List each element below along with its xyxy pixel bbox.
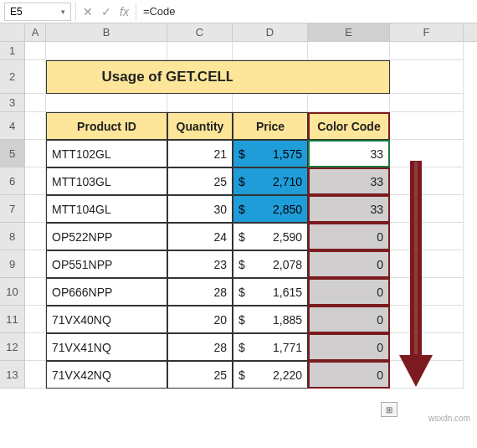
cancel-icon[interactable]: ✕: [83, 5, 93, 18]
cell[interactable]: [25, 333, 46, 361]
cell[interactable]: [390, 333, 464, 361]
cell[interactable]: [25, 223, 46, 250]
price-cell[interactable]: $1,885: [233, 306, 308, 333]
cell[interactable]: [25, 112, 46, 140]
header-quantity[interactable]: Quantity: [167, 112, 233, 140]
fx-icon[interactable]: fx: [120, 5, 129, 18]
row-header[interactable]: 5: [0, 140, 25, 167]
quantity-cell[interactable]: 25: [167, 361, 233, 389]
price-cell[interactable]: $2,590: [233, 223, 308, 250]
quantity-cell[interactable]: 28: [167, 333, 233, 361]
cell[interactable]: [390, 278, 464, 306]
cell[interactable]: [308, 94, 390, 112]
select-all-corner[interactable]: [0, 23, 25, 41]
col-header-A[interactable]: A: [25, 23, 46, 41]
price-cell[interactable]: $1,771: [233, 333, 308, 361]
header-price[interactable]: Price: [233, 112, 308, 140]
formula-input[interactable]: =Code: [136, 3, 477, 21]
quantity-cell[interactable]: 20: [167, 306, 233, 333]
quantity-cell[interactable]: 21: [167, 140, 233, 167]
col-header-E[interactable]: E: [308, 23, 390, 41]
quantity-cell[interactable]: 25: [167, 167, 233, 195]
color-code-cell[interactable]: 0: [308, 361, 390, 389]
quantity-cell[interactable]: 23: [167, 250, 233, 278]
color-code-cell[interactable]: 33: [308, 140, 390, 167]
price-cell[interactable]: $1,575: [233, 140, 308, 167]
cell[interactable]: [390, 250, 464, 278]
row-header[interactable]: 10: [0, 278, 25, 306]
price-cell[interactable]: $2,850: [233, 195, 308, 223]
color-code-cell[interactable]: 0: [308, 306, 390, 333]
row-header[interactable]: 4: [0, 112, 25, 140]
col-header-D[interactable]: D: [233, 23, 308, 41]
row-header[interactable]: 9: [0, 250, 25, 278]
cell[interactable]: [25, 250, 46, 278]
price-cell[interactable]: $2,710: [233, 167, 308, 195]
row-header[interactable]: 1: [0, 42, 25, 60]
cell[interactable]: [233, 42, 308, 60]
product-id-cell[interactable]: OP551NPP: [46, 250, 167, 278]
cell[interactable]: [25, 60, 46, 94]
product-id-cell[interactable]: 71VX42NQ: [46, 361, 167, 389]
row-header[interactable]: 8: [0, 223, 25, 250]
cell[interactable]: [46, 42, 167, 60]
cell[interactable]: [390, 60, 464, 94]
row-header[interactable]: 12: [0, 333, 25, 361]
price-cell[interactable]: $2,220: [233, 361, 308, 389]
color-code-cell[interactable]: 33: [308, 195, 390, 223]
cell[interactable]: [233, 94, 308, 112]
cell[interactable]: [25, 306, 46, 333]
title-cell[interactable]: [308, 60, 390, 94]
cell[interactable]: [25, 278, 46, 306]
cell[interactable]: [25, 42, 46, 60]
cell[interactable]: [390, 195, 464, 223]
price-cell[interactable]: $2,078: [233, 250, 308, 278]
product-id-cell[interactable]: 71VX40NQ: [46, 306, 167, 333]
cell[interactable]: [167, 94, 233, 112]
cell[interactable]: [308, 42, 390, 60]
product-id-cell[interactable]: OP522NPP: [46, 223, 167, 250]
cell[interactable]: [167, 42, 233, 60]
cell[interactable]: [390, 223, 464, 250]
cell[interactable]: [390, 94, 464, 112]
product-id-cell[interactable]: 71VX41NQ: [46, 333, 167, 361]
col-header-F[interactable]: F: [390, 23, 464, 41]
col-header-B[interactable]: B: [46, 23, 167, 41]
color-code-cell[interactable]: 0: [308, 278, 390, 306]
name-box[interactable]: E5 ▾: [4, 3, 71, 21]
autofill-options-icon[interactable]: ⊞: [381, 402, 398, 417]
cell[interactable]: [25, 195, 46, 223]
title-cell[interactable]: [233, 60, 308, 94]
quantity-cell[interactable]: 28: [167, 278, 233, 306]
product-id-cell[interactable]: MTT103GL: [46, 167, 167, 195]
row-header[interactable]: 2: [0, 60, 25, 94]
row-header[interactable]: 13: [0, 361, 25, 389]
color-code-cell[interactable]: 0: [308, 250, 390, 278]
color-code-cell[interactable]: 0: [308, 333, 390, 361]
product-id-cell[interactable]: OP666NPP: [46, 278, 167, 306]
dropdown-icon[interactable]: ▾: [61, 8, 65, 16]
confirm-icon[interactable]: ✓: [101, 5, 111, 18]
header-product-id[interactable]: Product ID: [46, 112, 167, 140]
quantity-cell[interactable]: 24: [167, 223, 233, 250]
cell[interactable]: [25, 140, 46, 167]
cell[interactable]: [25, 167, 46, 195]
product-id-cell[interactable]: MTT102GL: [46, 140, 167, 167]
cell[interactable]: [25, 361, 46, 389]
price-cell[interactable]: $1,615: [233, 278, 308, 306]
cell[interactable]: [390, 42, 464, 60]
product-id-cell[interactable]: MTT104GL: [46, 195, 167, 223]
cell[interactable]: [46, 94, 167, 112]
row-header[interactable]: 11: [0, 306, 25, 333]
title-cell[interactable]: Usage of GET.CELL Function: [167, 60, 233, 94]
cell[interactable]: [390, 361, 464, 389]
col-header-C[interactable]: C: [167, 23, 233, 41]
cell[interactable]: [390, 167, 464, 195]
cell[interactable]: [390, 112, 464, 140]
row-header[interactable]: 6: [0, 167, 25, 195]
row-header[interactable]: 3: [0, 94, 25, 112]
cell[interactable]: [390, 306, 464, 333]
cell[interactable]: [390, 140, 464, 167]
row-header[interactable]: 7: [0, 195, 25, 223]
cell[interactable]: [25, 94, 46, 112]
